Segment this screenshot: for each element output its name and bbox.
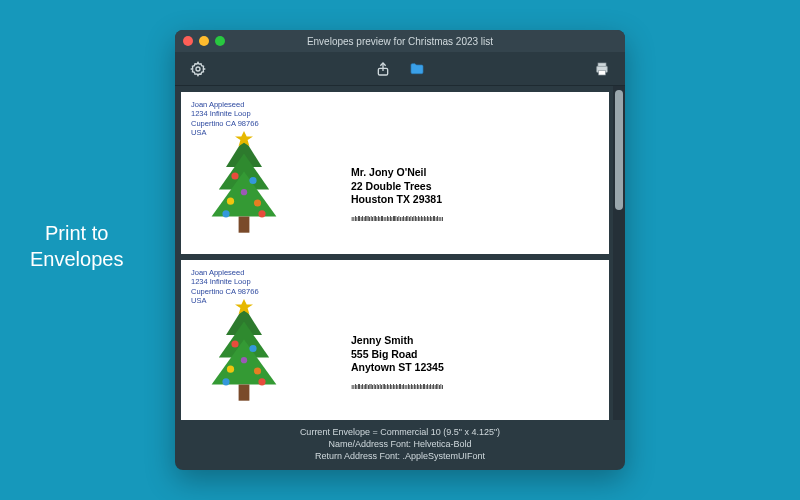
scrollbar[interactable] xyxy=(613,86,625,420)
svg-point-27 xyxy=(222,378,229,385)
svg-rect-8 xyxy=(239,217,250,233)
scrollbar-thumb[interactable] xyxy=(615,90,623,210)
svg-point-13 xyxy=(254,199,261,206)
recipient-street: 555 Big Road xyxy=(351,348,444,362)
content-area: Joan Appleseed 1234 Infinite Loop Cupert… xyxy=(175,86,625,420)
footer-envelope: Current Envelope = Commercial 10 (9.5" x… xyxy=(185,426,615,438)
svg-point-24 xyxy=(227,366,234,373)
return-name: Joan Appleseed xyxy=(191,268,259,277)
print-button[interactable] xyxy=(589,58,615,80)
return-city: Cupertino CA 98766 xyxy=(191,119,259,128)
svg-point-16 xyxy=(258,210,265,217)
postal-barcode: ıılıllılıllıllılılılıllılılılılıllılıılı… xyxy=(351,382,443,391)
svg-point-26 xyxy=(241,357,247,363)
svg-point-28 xyxy=(258,378,265,385)
return-name: Joan Appleseed xyxy=(191,100,259,109)
svg-point-22 xyxy=(231,340,238,347)
share-icon xyxy=(375,61,391,77)
christmas-tree-icon xyxy=(199,130,289,240)
close-button[interactable] xyxy=(183,36,193,46)
christmas-tree-icon xyxy=(199,298,289,408)
folder-button[interactable] xyxy=(404,58,430,80)
promo-headline: Print to Envelopes xyxy=(30,220,123,272)
recipient-address: Mr. Jony O'Neil 22 Double Trees Houston … xyxy=(351,166,442,207)
gear-icon xyxy=(190,61,206,77)
titlebar: Envelopes preview for Christmas 2023 lis… xyxy=(175,30,625,52)
folder-icon xyxy=(409,61,425,77)
promo-line2: Envelopes xyxy=(30,248,123,270)
promo-line1: Print to xyxy=(45,222,108,244)
svg-rect-20 xyxy=(239,385,250,401)
traffic-lights xyxy=(183,36,225,46)
status-footer: Current Envelope = Commercial 10 (9.5" x… xyxy=(175,420,625,470)
envelope-preview: Joan Appleseed 1234 Infinite Loop Cupert… xyxy=(181,260,609,420)
return-city: Cupertino CA 98766 xyxy=(191,287,259,296)
recipient-city: Anytown ST 12345 xyxy=(351,361,444,375)
footer-name-font: Name/Address Font: Helvetica-Bold xyxy=(185,438,615,450)
svg-point-25 xyxy=(254,367,261,374)
envelope-preview: Joan Appleseed 1234 Infinite Loop Cupert… xyxy=(181,92,609,254)
window-title: Envelopes preview for Christmas 2023 lis… xyxy=(175,36,625,47)
recipient-address: Jenny Smith 555 Big Road Anytown ST 1234… xyxy=(351,334,444,375)
toolbar xyxy=(175,52,625,86)
postal-barcode: ıılıllılılllılıllılıllıılılılllılıılıllı… xyxy=(351,214,443,223)
svg-point-12 xyxy=(227,198,234,205)
svg-point-10 xyxy=(231,172,238,179)
return-street: 1234 Infinite Loop xyxy=(191,109,259,118)
svg-point-0 xyxy=(196,67,200,71)
recipient-street: 22 Double Trees xyxy=(351,180,442,194)
printer-icon xyxy=(594,61,610,77)
svg-point-11 xyxy=(249,177,256,184)
recipient-name: Mr. Jony O'Neil xyxy=(351,166,442,180)
app-window: Envelopes preview for Christmas 2023 lis… xyxy=(175,30,625,470)
zoom-button[interactable] xyxy=(215,36,225,46)
share-button[interactable] xyxy=(370,58,396,80)
envelope-preview-scroll[interactable]: Joan Appleseed 1234 Infinite Loop Cupert… xyxy=(175,86,613,420)
svg-rect-4 xyxy=(599,70,606,75)
settings-button[interactable] xyxy=(185,58,211,80)
svg-rect-2 xyxy=(598,63,606,66)
footer-return-font: Return Address Font: .AppleSystemUIFont xyxy=(185,450,615,462)
svg-point-23 xyxy=(249,345,256,352)
recipient-city: Houston TX 29381 xyxy=(351,193,442,207)
return-street: 1234 Infinite Loop xyxy=(191,277,259,286)
minimize-button[interactable] xyxy=(199,36,209,46)
svg-point-14 xyxy=(241,189,247,195)
recipient-name: Jenny Smith xyxy=(351,334,444,348)
svg-point-15 xyxy=(222,210,229,217)
